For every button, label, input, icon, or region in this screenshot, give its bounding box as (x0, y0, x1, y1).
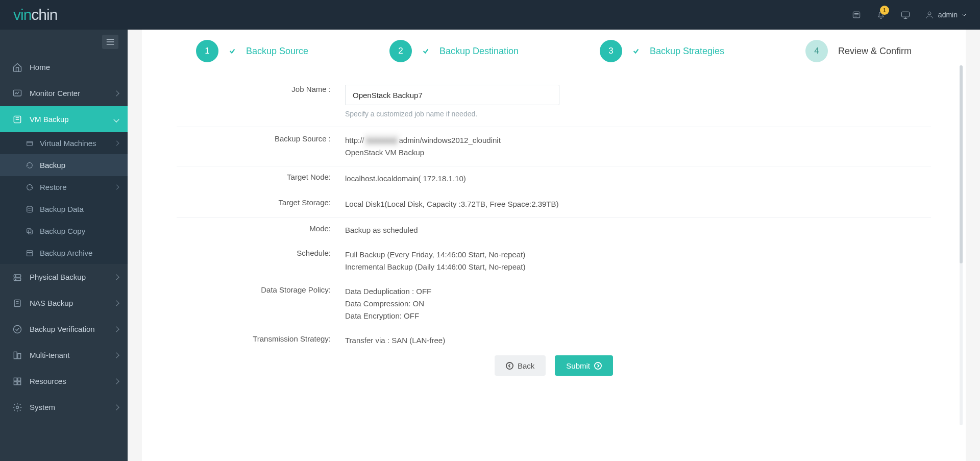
step-2-number: 2 (389, 40, 412, 62)
svg-point-37 (595, 362, 601, 369)
nav-resources[interactable]: Resources (0, 368, 128, 394)
bs-line2: OpenStack VM Backup (345, 147, 931, 159)
user-menu[interactable]: admin (925, 10, 967, 19)
sub-backup-copy-label: Backup Copy (40, 227, 85, 235)
nav-monitor-label: Monitor Center (30, 89, 80, 98)
svg-point-15 (27, 206, 33, 208)
svg-rect-13 (27, 141, 33, 145)
svg-rect-17 (27, 228, 31, 232)
bs-suffix: admin/windows2012_cloudinit (399, 136, 501, 144)
chevron-right-icon (113, 378, 119, 384)
nav-vm-backup-label: VM Backup (30, 115, 69, 124)
step-2[interactable]: 2 Backup Destination (389, 40, 519, 62)
svg-point-35 (16, 406, 19, 408)
step-2-label: Backup Destination (439, 46, 519, 57)
bs-prefix: http:// (345, 136, 364, 144)
back-label: Back (518, 361, 534, 370)
transmission-label: Transmission Strategy: (177, 334, 345, 347)
topbar-right: 1 admin (851, 10, 967, 20)
check-icon (422, 47, 429, 55)
chevron-right-icon (113, 300, 119, 306)
sub-backup-data-label: Backup Data (40, 205, 84, 213)
wizard-card: 1 Backup Source 2 Backup Destination 3 B… (142, 30, 966, 461)
svg-point-24 (15, 279, 16, 280)
svg-rect-16 (28, 230, 32, 234)
nav-physical-label: Physical Backup (30, 273, 86, 281)
sub-backup[interactable]: Backup (0, 154, 128, 176)
notifications-icon[interactable]: 1 (876, 10, 886, 20)
sub-backup-data[interactable]: Backup Data (0, 198, 128, 220)
nav-monitor-center[interactable]: Monitor Center (0, 80, 128, 106)
schedule-label: Schedule: (177, 249, 345, 273)
sub-restore[interactable]: Restore (0, 176, 128, 198)
chevron-down-icon (113, 116, 119, 122)
sidebar-toggle-button[interactable] (102, 35, 118, 49)
schedule-value: Full Backup (Every Friday, 14:46:00 Star… (345, 249, 931, 273)
target-node-value: localhost.localdomain( 172.18.1.10) (345, 173, 931, 185)
row-schedule: Schedule: Full Backup (Every Friday, 14:… (177, 242, 931, 279)
nav-backup-verification[interactable]: Backup Verification (0, 316, 128, 342)
nav-system-label: System (30, 403, 55, 411)
step-1-number: 1 (196, 40, 218, 62)
target-storage-label: Target Storage: (177, 198, 345, 210)
step-4-label: Review & Confirm (838, 46, 912, 57)
scrollbar-thumb[interactable] (960, 65, 963, 263)
dsp-line3: Data Encryption: OFF (345, 310, 931, 322)
step-3-label: Backup Strategies (650, 46, 724, 57)
dsp-line2: Data Compression: ON (345, 298, 931, 310)
notification-badge: 1 (880, 6, 889, 15)
chevron-right-icon (113, 326, 119, 332)
scrollbar[interactable] (960, 65, 963, 425)
svg-point-7 (928, 12, 931, 15)
svg-rect-34 (18, 381, 21, 384)
nav-home[interactable]: Home (0, 54, 128, 80)
job-name-input[interactable] (345, 85, 559, 105)
sub-backup-archive[interactable]: Backup Archive (0, 242, 128, 264)
sub-restore-label: Restore (40, 183, 67, 191)
svg-rect-4 (901, 12, 909, 17)
row-mode: Mode: Backup as scheduled (177, 218, 931, 242)
main-content: 1 Backup Source 2 Backup Destination 3 B… (128, 30, 980, 461)
schedule-line1: Full Backup (Every Friday, 14:46:00 Star… (345, 249, 931, 261)
sub-backup-label: Backup (40, 161, 65, 169)
submit-label: Submit (566, 361, 590, 370)
chevron-right-icon (113, 90, 119, 96)
mode-value: Backup as scheduled (345, 224, 931, 236)
svg-point-36 (506, 362, 513, 369)
arrow-right-icon (594, 362, 602, 370)
job-name-hint: Specify a customized job name if needed. (345, 108, 931, 119)
row-target-node: Target Node: localhost.localdomain( 172.… (177, 166, 931, 191)
step-4-number: 4 (805, 40, 828, 62)
vm-backup-submenu: Virtual Machines Backup Restore Backup D… (0, 132, 128, 264)
display-icon[interactable] (900, 10, 911, 20)
submit-button[interactable]: Submit (555, 355, 613, 376)
wizard-stepper: 1 Backup Source 2 Backup Destination 3 B… (162, 30, 945, 78)
topbar: vinchin 1 admin (0, 0, 980, 30)
step-1[interactable]: 1 Backup Source (196, 40, 308, 62)
job-name-label: Job Name : (177, 85, 345, 119)
nav-system[interactable]: System (0, 394, 128, 420)
svg-point-28 (14, 325, 21, 333)
nav-multi-tenant[interactable]: Multi-tenant (0, 342, 128, 368)
nav-physical-backup[interactable]: Physical Backup (0, 264, 128, 290)
step-4: 4 Review & Confirm (805, 40, 912, 62)
sub-vm-label: Virtual Machines (40, 139, 96, 148)
sidebar-top (0, 30, 128, 54)
nav-resources-label: Resources (30, 377, 66, 385)
check-icon (229, 47, 236, 55)
nav-nas-backup[interactable]: NAS Backup (0, 290, 128, 316)
sub-virtual-machines[interactable]: Virtual Machines (0, 132, 128, 154)
nav-vm-backup[interactable]: VM Backup (0, 106, 128, 132)
step-3-number: 3 (600, 40, 622, 62)
sub-backup-copy[interactable]: Backup Copy (0, 220, 128, 242)
row-target-storage: Target Storage: Local Disk1(Local Disk, … (177, 191, 931, 218)
row-job-name: Job Name : Specify a customized job name… (177, 78, 931, 127)
svg-rect-31 (14, 378, 17, 381)
step-3[interactable]: 3 Backup Strategies (600, 40, 724, 62)
sub-backup-archive-label: Backup Archive (40, 249, 92, 257)
activity-icon[interactable] (851, 10, 862, 20)
nav-verification-label: Backup Verification (30, 325, 95, 333)
svg-rect-18 (27, 250, 33, 252)
chevron-right-icon (113, 352, 119, 358)
back-button[interactable]: Back (495, 355, 546, 376)
